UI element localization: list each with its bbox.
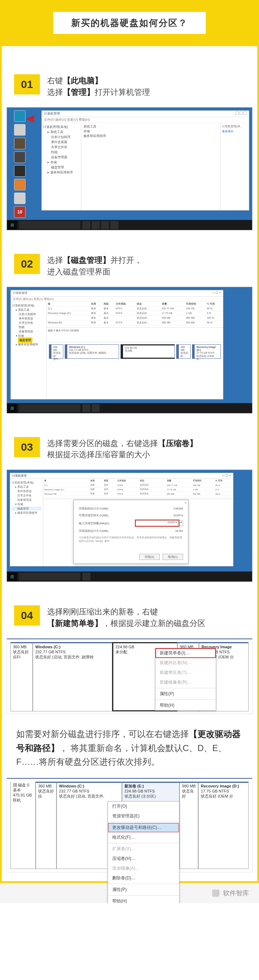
tree-root[interactable]: 计算机管理(本地) (12, 304, 45, 307)
window-buttons[interactable] (235, 111, 247, 116)
tree-system-tools[interactable]: ▸ 系统工具 (43, 130, 79, 135)
taskbar-icon[interactable] (92, 404, 99, 412)
partition-strip[interactable]: 360 MB状态良好 (EFI… Windows (C:)232.77 GB N… (47, 342, 223, 399)
taskbar-icon[interactable] (111, 221, 118, 229)
menu-help[interactable]: 帮助(H) (155, 700, 216, 710)
window-menubar[interactable]: 文件(F) 操作(A) 查看(V) 帮助(H) (11, 297, 223, 302)
volume-table[interactable]: 卷布局类型文件系统状态容量可用空间% 可用 (C:)简单基本NTFS状态良好…2… (43, 479, 233, 499)
taskbar-search[interactable] (19, 404, 80, 412)
col-type[interactable]: 类型 (103, 302, 115, 307)
table-row[interactable]: Windows RE简单基本NTFS状态良好…980 MB560 MB58 % (47, 320, 223, 325)
table-row[interactable]: (C:)简单基本NTFS状态良好…232.77 GB196 GB85 % (47, 306, 223, 311)
tree-disk-management-highlight[interactable]: 磁盘管理 (12, 338, 45, 342)
taskbar-icon[interactable] (101, 221, 109, 229)
shrink-ok-button[interactable]: 压缩(S) (139, 554, 160, 560)
shrink-input-field[interactable]: 203574 (136, 520, 179, 526)
menu-properties[interactable]: 属性(P) (108, 885, 179, 894)
menu-open[interactable]: 打开(O) (108, 802, 179, 811)
part-c[interactable]: Windows (C:)232.77 GB NTFS状态良好 (启动, 页面文件… (33, 642, 112, 711)
tree-item[interactable]: 共享文件夹 (12, 321, 45, 325)
spin-up-down-icon[interactable]: ▴▾ (179, 520, 183, 526)
tree-disk-management[interactable]: 磁盘管理 (11, 507, 41, 511)
taskbar-search[interactable] (19, 573, 80, 581)
center-item[interactable]: 服务和应用程序 (84, 134, 218, 138)
col-capacity[interactable]: 容量 (161, 302, 185, 307)
menu-change-drive-letter[interactable]: 更改驱动器号和路径(C)… (108, 823, 179, 832)
desktop-icon-generic[interactable] (14, 192, 25, 204)
tree-services[interactable]: ▸ 服务和应用程序 (43, 170, 79, 175)
taskbar-icon[interactable] (82, 404, 90, 412)
tree-item[interactable]: 事件查看器 (43, 140, 79, 145)
center-item[interactable]: 存储 (84, 129, 218, 134)
menu-delete[interactable]: 删除卷(D)… (108, 873, 179, 883)
desktop-icon-10[interactable]: 10 (14, 206, 25, 218)
taskbar-icon[interactable] (82, 221, 90, 229)
start-button-icon[interactable]: ⊞ (8, 220, 17, 230)
tree-item[interactable]: 共享文件夹 (43, 145, 79, 150)
tree-item[interactable]: 任务计划程序 (12, 312, 45, 316)
center-item[interactable]: 系统工具 (84, 124, 218, 129)
taskbar[interactable]: ⊞ (7, 571, 252, 582)
tree-item[interactable]: 设备管理器 (12, 329, 45, 334)
part-4[interactable]: 980 MB状态良好… (181, 346, 189, 358)
part-unalloc[interactable]: 224.98 GB未分配 (125, 347, 174, 353)
volume-table[interactable]: 卷 布局 类型 文件系统 状态 容量 可用空间 % 可用 (C:)简单基本NTF… (47, 302, 223, 328)
col-layout[interactable]: 布局 (90, 302, 102, 307)
actions-more[interactable]: 更多操作 (222, 129, 248, 134)
menu-properties[interactable]: 属性(P) (155, 689, 216, 699)
tree-storage[interactable]: ▾ 存储 (12, 334, 45, 338)
tree-item[interactable]: ▸ 系统工具 (12, 308, 45, 312)
col-free[interactable]: 可用空间 (185, 302, 206, 307)
desktop-icon-steam[interactable] (14, 151, 25, 163)
tree-item[interactable]: 设备管理器 (11, 498, 41, 502)
table-row[interactable]: (C:)简单基本NTFS状态良好…232.77 GB196 GB85 % (43, 483, 233, 487)
tree-item[interactable]: 性能 (12, 325, 45, 329)
tree-root[interactable]: 计算机管理(本地) (43, 125, 79, 129)
table-row[interactable]: Windows RE简单基本NTFS状态良好…980 MB560 MB58 % (43, 492, 233, 496)
start-button-icon[interactable]: ⊞ (8, 404, 17, 413)
col-volume[interactable]: 卷 (47, 302, 90, 307)
tree-item[interactable]: ▸ 服务和应用程序 (12, 342, 45, 347)
left-tree[interactable]: 计算机管理(本地) ▸ 系统工具 事件查看器 共享文件夹 设备管理器 ▾ 存储 … (10, 479, 43, 566)
tree-item[interactable]: ▸ 服务和应用程序 (11, 511, 41, 515)
tree-item[interactable]: 设备管理器 (43, 155, 79, 160)
table-row[interactable]: 简单基本状态良好…360 MB360 MB100 % (47, 315, 223, 320)
tree-item[interactable]: 性能 (43, 150, 79, 155)
window-menubar[interactable]: 文件(F) 操作(A) 查看(V) 帮助(H) (42, 117, 249, 123)
tree-item[interactable]: ▸ 系统工具 (11, 485, 41, 489)
taskbar-search[interactable] (19, 221, 80, 229)
tree-disk-management[interactable]: 磁盘管理 (43, 165, 79, 170)
part-d[interactable]: Recovery Image (D:)17.75 GB NTFS状态良好 (OE… (196, 346, 220, 361)
left-tree[interactable]: 计算机管理(本地) ▸ 系统工具 任务计划程序 事件查看器 共享文件夹 性能 设… (42, 123, 81, 210)
tree-item[interactable]: ▾ 存储 (11, 502, 41, 506)
table-row[interactable]: Recovery Image (D:)简单基本NTFS状态良好…17.75 GB… (47, 311, 223, 315)
desktop-icon-generic[interactable] (14, 165, 25, 177)
tree-storage[interactable]: ▸ 存储 (43, 160, 79, 165)
desktop-icon-generic[interactable] (14, 138, 25, 149)
taskbar-icon[interactable] (82, 573, 90, 581)
taskbar-icon[interactable] (92, 221, 99, 229)
tree-item[interactable]: 事件查看器 (11, 489, 41, 493)
desktop-icon-this-pc[interactable] (14, 110, 25, 122)
dialog-close-icon[interactable]: × (185, 501, 187, 505)
desktop-icon-generic[interactable] (14, 179, 25, 190)
window-buttons[interactable]: — ▢ × (212, 291, 221, 296)
tree-root[interactable]: 计算机管理(本地) (11, 480, 41, 485)
taskbar[interactable]: ⊞ (7, 403, 252, 413)
part-efi[interactable]: 360 MB状态良好 (EFI (10, 642, 33, 711)
tree-item[interactable]: 共享文件夹 (11, 493, 41, 498)
menu-new-simple-volume[interactable]: 新建简单卷(I)… (155, 648, 216, 658)
part-efi[interactable]: 360 MB状态良好 (E (36, 782, 57, 869)
menu-shrink[interactable]: 压缩卷(H)… (108, 854, 179, 864)
part-c[interactable]: Windows (C:)232.77 GB NTFS状态良好 (启动, 页面文件… (69, 346, 118, 355)
window-buttons[interactable]: — ▢ × (222, 474, 231, 478)
left-tree[interactable]: 计算机管理(本地) ▸ 系统工具 任务计划程序 事件查看器 共享文件夹 性能 设… (11, 302, 47, 399)
menu-format[interactable]: 格式化(F)… (108, 832, 179, 842)
col-fs[interactable]: 文件系统 (115, 302, 136, 307)
part-recovery[interactable]: Recovery Image (D:)17.75 GB NTFS状态良好 (OE… (198, 782, 249, 869)
desktop-icon-generic[interactable] (14, 124, 25, 135)
col-status[interactable]: 状态 (136, 302, 161, 307)
start-button-icon[interactable]: ⊞ (8, 572, 17, 581)
menu-explorer[interactable]: 资源管理器(E) (108, 811, 179, 821)
part-1[interactable]: 360 MB状态良好 (EFI… (53, 346, 62, 361)
